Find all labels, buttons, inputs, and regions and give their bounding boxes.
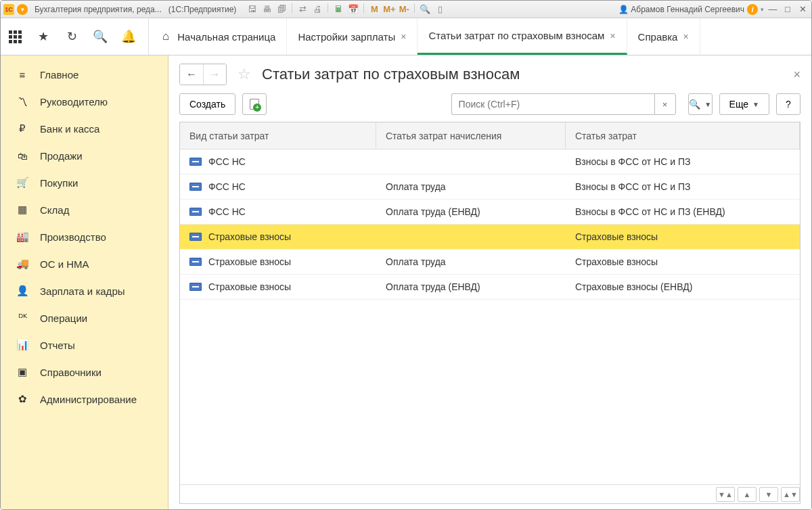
main-toolbar: ★ ↻ 🔍 🔔 ⌂Начальная страницаНастройки зар…: [1, 18, 811, 55]
nav-button-group: ← →: [179, 64, 227, 85]
search-clear-button[interactable]: ×: [654, 93, 676, 115]
scroll-last-button[interactable]: ▲▼: [781, 487, 800, 502]
row-icon: [189, 183, 202, 191]
separator: [414, 3, 415, 13]
toolbar-print2-icon[interactable]: 🖨: [311, 3, 323, 16]
sidebar-label: Администрирование: [40, 394, 137, 405]
page-title: Статьи затрат по страховым взносам: [262, 66, 520, 83]
table-row[interactable]: Страховые взносыОплата труда (ЕНВД)Страх…: [180, 275, 800, 300]
column-header-item[interactable]: Статья затрат: [566, 122, 800, 149]
table-row[interactable]: ФСС НСОплата труда (ЕНВД)Взносы в ФСС от…: [180, 200, 800, 225]
apps-grid-icon[interactable]: [7, 29, 22, 44]
cell-item: Взносы в ФСС от НС и ПЗ (ЕНВД): [566, 206, 800, 217]
table-row[interactable]: ФСС НСВзносы в ФСС от НС и ПЗ: [180, 149, 800, 175]
sidebar-item-главное[interactable]: ≡Главное: [1, 61, 168, 88]
sidebar-item-зарплата-и-кадры[interactable]: 👤Зарплата и кадры: [1, 277, 168, 304]
table-row[interactable]: ФСС НСОплата трудаВзносы в ФСС от НС и П…: [180, 175, 800, 200]
sidebar-icon: 🛍: [16, 150, 29, 162]
sidebar-item-продажи[interactable]: 🛍Продажи: [1, 142, 168, 169]
scroll-down-button[interactable]: ▼: [759, 487, 778, 502]
search-input[interactable]: [451, 93, 654, 115]
sidebar-item-справочники[interactable]: ▣Справочники: [1, 358, 168, 386]
sidebar-item-склад[interactable]: ▦Склад: [1, 196, 168, 223]
toolbar-m-button[interactable]: M: [368, 3, 380, 16]
scroll-first-button[interactable]: ▼▲: [716, 487, 735, 502]
separator: [328, 3, 328, 13]
tab-начальная-страница[interactable]: ⌂Начальная страница: [152, 18, 287, 55]
row-icon: [189, 283, 202, 291]
help-button[interactable]: ?: [776, 93, 800, 115]
table-header: Вид статьи затрат Статья затрат начислен…: [180, 122, 800, 149]
sidebar-icon: 〽: [16, 96, 29, 108]
sidebar-label: Продажи: [40, 150, 83, 162]
tab-close-icon[interactable]: ×: [401, 31, 406, 42]
toolbar-panel-icon[interactable]: ▯: [434, 3, 446, 16]
sidebar-item-операции[interactable]: ᴰᴷОперации: [1, 304, 168, 331]
sidebar-label: ОС и НМА: [40, 258, 89, 270]
more-button[interactable]: Еще ▼: [719, 93, 769, 115]
app-platform: (1С:Предприятие): [168, 5, 237, 14]
page-close-button[interactable]: ×: [793, 68, 800, 82]
sidebar-icon: 📊: [16, 339, 29, 351]
tab-label: Начальная страница: [177, 31, 275, 43]
window-close[interactable]: ✕: [796, 4, 809, 15]
cell-type: ФСС НС: [180, 206, 376, 217]
sidebar-item-отчеты[interactable]: 📊Отчеты: [1, 331, 168, 358]
sidebar-icon: 🏭: [16, 231, 29, 243]
separator: [292, 3, 292, 13]
row-icon: [189, 233, 202, 241]
sidebar-item-производство[interactable]: 🏭Производство: [1, 223, 168, 250]
sidebar-icon: ✿: [16, 393, 29, 405]
sidebar-item-покупки[interactable]: 🛒Покупки: [1, 169, 168, 196]
content-area: ← → ☆ Статьи затрат по страховым взносам…: [168, 55, 811, 510]
nav-forward-button[interactable]: →: [203, 64, 226, 85]
cell-item: Взносы в ФСС от НС и ПЗ: [566, 156, 800, 167]
sidebar-item-банк-и-касса[interactable]: ₽Банк и касса: [1, 115, 168, 142]
sidebar-item-администрирование[interactable]: ✿Администрирование: [1, 386, 168, 413]
sidebar-label: Операции: [40, 312, 87, 324]
column-header-type[interactable]: Вид статьи затрат: [180, 122, 376, 149]
create-button[interactable]: Создать: [179, 93, 235, 115]
user-icon: 👤: [618, 5, 629, 14]
toolbar-compare-icon[interactable]: ⇄: [296, 3, 309, 16]
tab-настройки-зарплаты[interactable]: Настройки зарплаты×: [287, 18, 418, 55]
cell-type: Страховые взносы: [180, 256, 376, 267]
history-icon[interactable]: ↻: [64, 29, 79, 44]
tab-справка[interactable]: Справка×: [627, 18, 700, 55]
table-row[interactable]: Страховые взносыСтраховые взносы: [180, 225, 800, 250]
create-copy-button[interactable]: [242, 93, 267, 115]
nav-back-button[interactable]: ←: [180, 64, 203, 85]
toolbar-calendar-icon[interactable]: 📅: [347, 3, 359, 16]
tab-close-icon[interactable]: ×: [683, 31, 688, 42]
tab-close-icon[interactable]: ×: [610, 30, 615, 41]
toolbar-print-icon[interactable]: 🖶: [261, 3, 273, 16]
tabs-container: ⌂Начальная страницаНастройки зарплаты×Ст…: [148, 18, 805, 55]
window-minimize[interactable]: —: [767, 4, 779, 15]
toolbar-save-icon[interactable]: 🖫: [246, 3, 258, 16]
toolbar-preview-icon[interactable]: 🗐: [275, 3, 288, 16]
scroll-up-button[interactable]: ▲: [738, 487, 757, 502]
sidebar-item-руководителю[interactable]: 〽Руководителю: [1, 88, 168, 115]
toolbar-zoom-icon[interactable]: 🔍: [419, 3, 431, 16]
window-maximize[interactable]: □: [782, 4, 794, 15]
cell-item: Взносы в ФСС от НС и ПЗ: [566, 181, 800, 192]
sidebar-item-ос-и-нма[interactable]: 🚚ОС и НМА: [1, 250, 168, 277]
table-row[interactable]: Страховые взносыОплата трудаСтраховые вз…: [180, 250, 800, 275]
favorites-star-icon[interactable]: ★: [36, 29, 51, 44]
tab-статьи-затрат-по-страховым-взносам[interactable]: Статьи затрат по страховым взносам×: [418, 18, 627, 55]
sidebar-label: Главное: [40, 69, 78, 80]
search-options-button[interactable]: 🔍 ▼: [688, 93, 713, 115]
tab-label: Настройки зарплаты: [298, 31, 395, 43]
toolbar-calc-icon[interactable]: 🖩: [332, 3, 344, 16]
favorite-toggle-icon[interactable]: ☆: [238, 66, 251, 83]
notifications-bell-icon[interactable]: 🔔: [121, 29, 136, 44]
app-menu-dropdown[interactable]: ▾: [17, 4, 28, 15]
toolbar-mminus-button[interactable]: M-: [398, 3, 410, 16]
column-header-accrual[interactable]: Статья затрат начисления: [376, 122, 566, 149]
toolbar-mplus-button[interactable]: M+: [383, 3, 395, 16]
tab-label: Справка: [638, 31, 678, 43]
user-block[interactable]: 👤 Абрамов Геннадий Сергеевич: [618, 5, 744, 14]
info-icon[interactable]: i: [747, 4, 758, 15]
search-icon[interactable]: 🔍: [93, 29, 108, 44]
data-table: Вид статьи затрат Статья затрат начислен…: [179, 122, 800, 504]
